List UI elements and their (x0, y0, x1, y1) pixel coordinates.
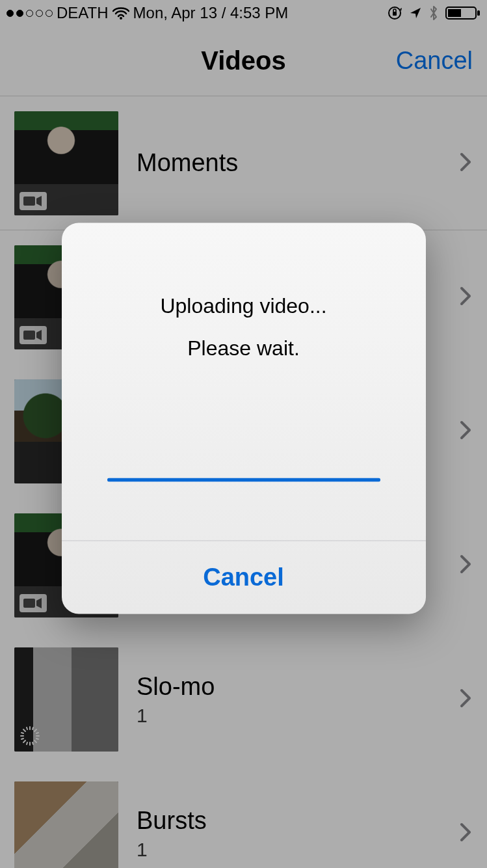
upload-progress-bar (107, 478, 380, 481)
upload-dialog: Uploading video... Please wait. Cancel (62, 223, 426, 614)
dialog-title: Uploading video... (88, 294, 400, 318)
upload-progress-fill (107, 478, 380, 481)
dialog-message: Please wait. (88, 336, 400, 360)
dialog-cancel-button[interactable]: Cancel (62, 541, 426, 614)
